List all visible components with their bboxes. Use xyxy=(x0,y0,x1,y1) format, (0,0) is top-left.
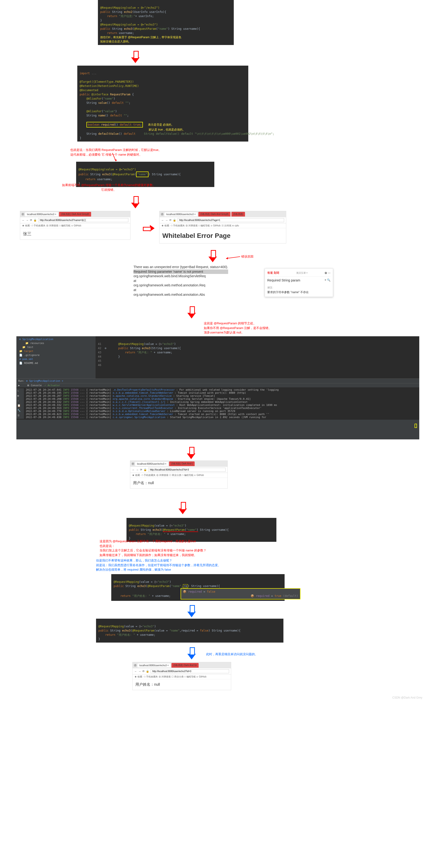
text-line: 这就是 @RequestParam 的细节之处。 xyxy=(204,321,271,326)
nav-forward-icon[interactable]: → xyxy=(165,219,168,222)
run-label: Run: xyxy=(18,379,25,382)
error-trace: There was an unexpected error (type=Bad … xyxy=(133,265,228,297)
dict-brand: 有道 划词 xyxy=(267,271,279,275)
code-snippet-1: @RequestMapping(value = @="/echo2") publ… xyxy=(98,0,234,45)
url-input[interactable] xyxy=(177,218,284,222)
rerun-icon[interactable]: ↻ xyxy=(17,389,23,392)
browser-tab[interactable]: localhost:8080/user/echo3 × xyxy=(135,462,168,466)
dict-mode: 英汉互译 × xyxy=(296,271,308,275)
browser-tabs: ⓔ localhost:8080/user/echo3 × (3条消息) Dar… xyxy=(160,211,286,217)
refresh-icon[interactable]: ⟳ xyxy=(142,670,144,673)
tree-item[interactable]: ⚙ SpringMvcApplication xyxy=(17,337,95,341)
nav-forward-icon[interactable]: → xyxy=(138,670,141,673)
browser-tab[interactable]: (3条消息) xyxy=(231,212,245,217)
nav-forward-icon[interactable]: → xyxy=(136,468,139,471)
nav-back-icon[interactable]: ← xyxy=(161,219,164,222)
tree-item[interactable]: 📄 .gitignore xyxy=(17,353,95,357)
editor: 41 @RequestMapping(value = @="echo3") 42… xyxy=(96,336,419,378)
log-line: 2022-07-26 20:24:49.838 INFO 15568 --- [… xyxy=(24,416,419,419)
log-line: 2022-07-26 20:24:47.641 INFO 15568 --- [… xyxy=(24,388,419,391)
log-line: 2022-07-26 20:24:49.195 INFO 15568 --- [… xyxy=(24,391,419,394)
run-tab[interactable]: ⚙ SpringMvcApplication × xyxy=(26,379,63,382)
browser-tab[interactable]: (3条消息) Dark And ( xyxy=(169,461,194,466)
refresh-icon[interactable]: ⟳ xyxy=(140,468,142,471)
code-snippet-7: @RequestMapping(value = @="echo3") publi… xyxy=(96,619,284,643)
bookmarks-bar: ★ 收藏 · □ 手机收藏夹 谷 涔牌搜索 □ 编程导航 ⊙ GitHub: xyxy=(20,223,130,228)
explanation-text: 此时，再重启项目来访问就没问题的。 xyxy=(206,652,258,657)
browser-tab[interactable]: (3条消息) Dark And Gr xyxy=(171,663,199,668)
log-line: 2022-07-26 20:24:49.770 INFO 15568 --- [… xyxy=(24,410,419,413)
url-input[interactable] xyxy=(148,468,226,472)
translator-popup: 有道 划词 英汉互译 × ✿ ⋯ Required String param ×… xyxy=(265,268,333,297)
translation-text: 要求的字符串参数 "name" 不存在 xyxy=(267,290,330,294)
nav-back-icon[interactable]: ← xyxy=(132,468,135,471)
error-line-highlight: Required String parameter 'name' is not … xyxy=(133,270,228,274)
text-line: 顶多username为默认值 null。 xyxy=(204,330,271,335)
code-line: @Retention(RetentionPolicy.RUNTIME) xyxy=(79,84,139,88)
watermark: CSDN @Dark And Grey xyxy=(392,696,422,699)
browser-tab[interactable]: localhost:8080/user/echo3 × xyxy=(137,663,170,668)
arrow-down-icon xyxy=(131,203,140,208)
browser-tab[interactable]: (3条消息) Dark And Grey的 xyxy=(59,212,91,217)
annotation-note: 按住Ctrl，将光标置于 @RequestParam 注解上，带字体呈现蓝色 xyxy=(100,36,181,39)
arrow-label-icon xyxy=(225,254,241,260)
refresh-icon[interactable]: ⟳ xyxy=(169,219,171,222)
text-line: 这是因为 @RequestParam 注解中有一个属性required，其值默认… xyxy=(100,539,206,544)
highlight-box xyxy=(415,424,417,428)
browser-addressbar: ←→⟳ 🔒 xyxy=(160,217,286,223)
project-tree: ⚙ SpringMvcApplication 📁 resources 📁 tes… xyxy=(17,336,96,378)
error-label: 错误原因 xyxy=(241,254,254,259)
log-line: 2022-07-26 20:24:49.207 INFO 15568 --- [… xyxy=(24,394,419,398)
arrow-down-icon xyxy=(187,612,196,617)
page-content: 张三 xyxy=(20,228,130,240)
arrow-down-icon xyxy=(131,57,140,63)
browser-addressbar: ←→⟳ 🔒 xyxy=(20,217,130,223)
svg-line-1 xyxy=(226,257,240,258)
tree-item[interactable]: 📁 target xyxy=(17,349,95,353)
arrow-down-icon xyxy=(187,454,195,459)
nav-forward-icon[interactable]: → xyxy=(26,219,29,222)
browser-addressbar: ←→⟳ 🔒 xyxy=(133,668,231,675)
tree-item[interactable]: m pom.xml xyxy=(17,357,95,361)
query-text: Required String param xyxy=(267,278,300,282)
log-line: 2022-07-26 20:24:49.208 INFO 15568 --- [… xyxy=(24,398,419,401)
code-snippet-2: import ... @Target({ElementType.PARAMETE… xyxy=(77,66,248,142)
ide-window: ⚙ SpringMvcApplication 📁 resources 📁 tes… xyxy=(17,336,419,439)
url-input[interactable] xyxy=(38,218,128,222)
browser-tab[interactable]: localhost:8080/user/echo3 × xyxy=(164,212,197,216)
tree-item[interactable]: 📁 test xyxy=(17,345,95,349)
browser-tab[interactable]: localhost:8080/user/echo3 × xyxy=(25,212,58,216)
log-line: 2022-07-26 20:24:49.553 INFO 15568 --- [… xyxy=(24,407,419,410)
edge-icon: ⓔ xyxy=(161,213,163,216)
edge-icon: ⓔ xyxy=(22,213,24,216)
tree-item[interactable]: 📄 README.md xyxy=(17,361,95,365)
text-line: 解决办法也很简单，将 required 属性的值，赋值为 false xyxy=(96,567,221,572)
nav-back-icon[interactable]: ← xyxy=(22,219,25,222)
text-line: 当我们加上这个注解之后，它会去验证前端有没有传输一个叫做 name 的参数？ xyxy=(100,548,206,553)
lock-icon: 🔒 xyxy=(143,468,147,471)
refresh-icon[interactable]: ⟳ xyxy=(30,219,32,222)
edge-icon: ⓔ xyxy=(132,462,134,466)
tree-item[interactable]: 📁 resources xyxy=(17,341,95,345)
browser-window-2: ⓔ localhost:8080/user/echo3 × (3条消息) Dar… xyxy=(159,211,286,244)
text-line: 如果前端不给 @RequestParam 传输一个名称为name的键值对参数。 xyxy=(62,183,156,187)
explanation-text: 如果前端不给 @RequestParam 传输一个名称为name的键值对参数。 … xyxy=(62,183,156,192)
text-line: 它就报错。 xyxy=(62,187,156,192)
toolbar-icons[interactable]: ▶ xyxy=(18,384,24,387)
console-tab[interactable]: 🖥 Console xyxy=(27,384,42,387)
log-line: 2022-07-26 20:24:49.332 INFO 15568 --- [… xyxy=(24,401,419,404)
error-line: There was an unexpected error (type=Bad … xyxy=(133,265,228,270)
url-input[interactable] xyxy=(151,669,229,673)
error-line: at xyxy=(133,279,228,283)
stop-icon[interactable]: ■ xyxy=(17,394,23,397)
lock-icon: 🔒 xyxy=(146,670,149,673)
settings-icon[interactable]: ✿ ⋯ xyxy=(325,271,330,275)
page-content: 用户姓名：null xyxy=(133,679,231,690)
browser-tab[interactable]: (3条消息) Dark And Grey的 xyxy=(198,212,230,217)
close-icon[interactable]: × 🔍 xyxy=(325,278,330,282)
browser-window-4: ⓔ localhost:8080/user/echo3 × (3条消息) Dar… xyxy=(132,662,231,690)
nav-back-icon[interactable]: ← xyxy=(134,670,137,673)
arrow-down-icon xyxy=(187,313,196,318)
text-line: 如果你不用 @RequestParam 注解，是不会报错。 xyxy=(204,326,271,331)
actuator-tab[interactable]: ✓ Actuator xyxy=(44,384,60,387)
